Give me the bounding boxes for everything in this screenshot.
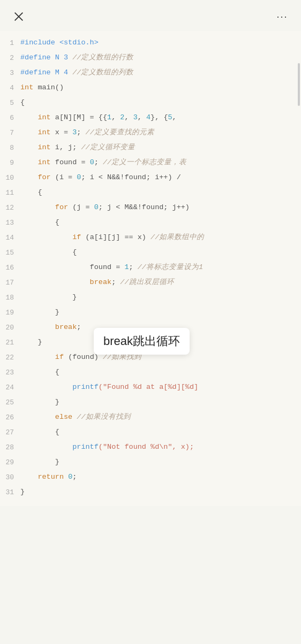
line-number: 31 (0, 486, 20, 499)
code-line: 14 if (a[i][j] == x) //如果数组中的 (0, 231, 301, 246)
more-button[interactable]: ··· (274, 9, 290, 25)
code-token: a[N][M] = {{ (55, 113, 107, 121)
code-token: for (20, 173, 55, 181)
line-number: 8 (0, 142, 20, 154)
line-content: if (a[i][j] == x) //如果数组中的 (20, 232, 301, 244)
code-token: //跳出双层循环 (120, 278, 174, 286)
code-line: 24 printf("Found %d at a[%d][%d] (0, 381, 301, 396)
code-line: 9 int found = 0; //定义一个标志变量，表 (0, 156, 301, 171)
line-content: #define N 3 //定义数组的行数 (20, 52, 301, 64)
code-line: 6 int a[N][M] = {{1, 2, 3, 4}, {5, (0, 111, 301, 126)
code-token: int (20, 158, 55, 166)
code-token: } (20, 308, 59, 316)
code-token: ; i < N&&!found; i++) / (81, 173, 180, 181)
code-token: 0 (94, 203, 99, 211)
line-number: 30 (0, 471, 20, 484)
code-line: 15 { (0, 246, 301, 261)
code-token: (i = (55, 173, 77, 181)
code-token: ; (94, 158, 103, 166)
line-content: } (20, 456, 301, 469)
code-token: (j = (72, 203, 94, 211)
code-token: } (20, 458, 59, 466)
line-number: 22 (0, 351, 20, 364)
code-line: 29 } (0, 456, 301, 471)
code-line: 11 { (0, 186, 301, 201)
code-token: int (20, 128, 55, 136)
code-token: ; (111, 278, 120, 286)
code-token: 5 (168, 113, 172, 121)
code-line: 25 } (0, 396, 301, 411)
code-token: //如果没有找到 (77, 413, 130, 421)
code-line: 17 break; //跳出双层循环 (0, 276, 301, 291)
code-token: }, { (150, 113, 168, 121)
code-token: 1 (107, 113, 111, 121)
code-token: int (20, 83, 37, 91)
code-line: 12 for (j = 0; j < M&&!found; j++) (0, 201, 301, 216)
code-token: { (20, 98, 25, 106)
code-token: printf (20, 383, 99, 391)
line-number: 27 (0, 426, 20, 439)
code-token: ; (77, 128, 85, 136)
line-number: 5 (0, 97, 20, 109)
code-token: found = (20, 263, 124, 271)
line-number: 1 (0, 37, 20, 49)
code-line: 4int main() (0, 81, 301, 96)
scroll-indicator[interactable] (298, 63, 300, 106)
code-token: ; (72, 473, 77, 481)
line-content: { (20, 217, 301, 229)
code-line: 18 } (0, 291, 301, 306)
code-token: if (20, 233, 86, 241)
line-content: int found = 0; //定义一个标志变量，表 (20, 157, 301, 169)
code-token: found = (55, 158, 90, 166)
line-content: return 0; (20, 471, 301, 484)
code-token: , (138, 113, 146, 121)
line-number: 18 (0, 292, 20, 304)
line-content: int a[N][M] = {{1, 2, 3, 4}, {5, (20, 112, 301, 124)
code-line: 13 { (0, 216, 301, 231)
code-token: return (20, 473, 68, 481)
code-token: } (20, 398, 59, 406)
code-token: { (20, 188, 42, 196)
line-number: 24 (0, 381, 20, 394)
line-content: int i, j; //定义循环变量 (20, 142, 301, 154)
close-button[interactable] (11, 9, 27, 25)
code-token: } (20, 488, 25, 496)
code-token: (a[i][j] == x) (86, 233, 151, 241)
line-number: 3 (0, 67, 20, 79)
code-token: { (20, 368, 59, 376)
code-token: for (20, 203, 72, 211)
line-content: printf("Not found %d\n", x); (20, 441, 301, 454)
line-number: 12 (0, 202, 20, 214)
code-token: 3 (133, 113, 138, 121)
code-token: int (20, 143, 55, 151)
line-content: else //如果没有找到 (20, 411, 301, 424)
line-number: 13 (0, 217, 20, 229)
line-content: #include <stdio.h> (20, 37, 301, 49)
code-token: #define N 3 (20, 53, 72, 62)
code-token: //如果数组中的 (150, 233, 204, 241)
code-token: } (20, 338, 42, 346)
line-content: found = 1; //将标志变量设为1 (20, 262, 301, 274)
code-line: 26 else //如果没有找到 (0, 411, 301, 426)
line-content: { (20, 247, 301, 259)
top-bar: ··· (0, 0, 301, 31)
code-token: x = (55, 128, 72, 136)
code-token: //将标志变量设为1 (138, 263, 203, 271)
line-number: 15 (0, 247, 20, 259)
code-token: else (20, 413, 77, 421)
code-line: 27 { (0, 426, 301, 441)
code-token: { (20, 248, 77, 256)
line-number: 29 (0, 456, 20, 469)
code-token: 4 (146, 113, 150, 121)
code-token: //定义循环变量 (81, 143, 134, 151)
code-token: //定义数组的列数 (72, 68, 133, 76)
line-number: 2 (0, 52, 20, 64)
code-token: { (20, 218, 59, 226)
code-line: 7 int x = 3; //定义要查找的元素 (0, 126, 301, 141)
code-line: 23 { (0, 366, 301, 381)
line-content: { (20, 97, 301, 109)
line-content: int x = 3; //定义要查找的元素 (20, 127, 301, 139)
line-number: 17 (0, 277, 20, 289)
line-content: printf("Found %d at a[%d][%d] (20, 381, 301, 394)
line-content: break; //跳出双层循环 (20, 277, 301, 289)
